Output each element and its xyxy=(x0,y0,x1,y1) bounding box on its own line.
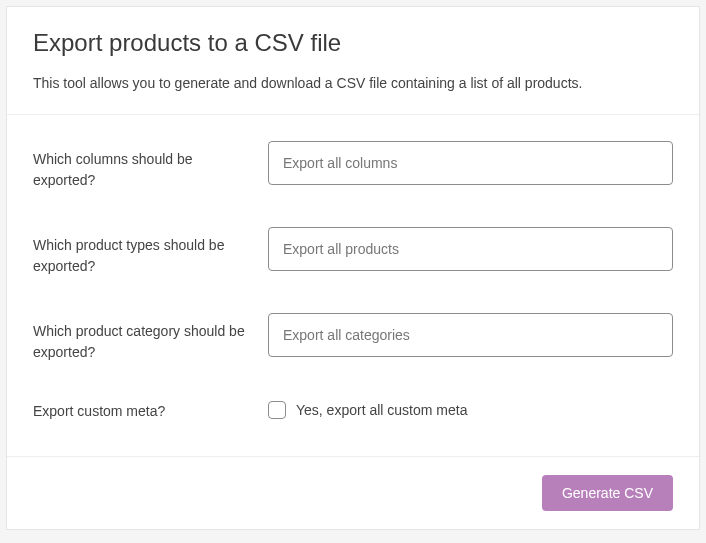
columns-select-placeholder: Export all columns xyxy=(283,155,397,171)
types-select[interactable]: Export all products xyxy=(268,227,673,271)
meta-checkbox-row: Yes, export all custom meta xyxy=(268,399,673,419)
page-description: This tool allows you to generate and dow… xyxy=(33,73,673,94)
meta-label: Export custom meta? xyxy=(33,399,268,422)
form-row-columns: Which columns should be exported? Export… xyxy=(33,123,673,209)
category-select-placeholder: Export all categories xyxy=(283,327,410,343)
form-row-types: Which product types should be exported? … xyxy=(33,209,673,295)
meta-checkbox[interactable] xyxy=(268,401,286,419)
category-select[interactable]: Export all categories xyxy=(268,313,673,357)
meta-checkbox-label: Yes, export all custom meta xyxy=(296,402,467,418)
form-row-category: Which product category should be exporte… xyxy=(33,295,673,381)
panel-header: Export products to a CSV file This tool … xyxy=(7,7,699,114)
form-row-meta: Export custom meta? Yes, export all cust… xyxy=(33,381,673,440)
panel-footer: Generate CSV xyxy=(7,456,699,529)
page-title: Export products to a CSV file xyxy=(33,29,673,57)
form-section: Which columns should be exported? Export… xyxy=(7,114,699,456)
generate-csv-button[interactable]: Generate CSV xyxy=(542,475,673,511)
types-label: Which product types should be exported? xyxy=(33,227,268,277)
export-panel: Export products to a CSV file This tool … xyxy=(6,6,700,530)
columns-label: Which columns should be exported? xyxy=(33,141,268,191)
types-select-placeholder: Export all products xyxy=(283,241,399,257)
columns-select[interactable]: Export all columns xyxy=(268,141,673,185)
category-label: Which product category should be exporte… xyxy=(33,313,268,363)
